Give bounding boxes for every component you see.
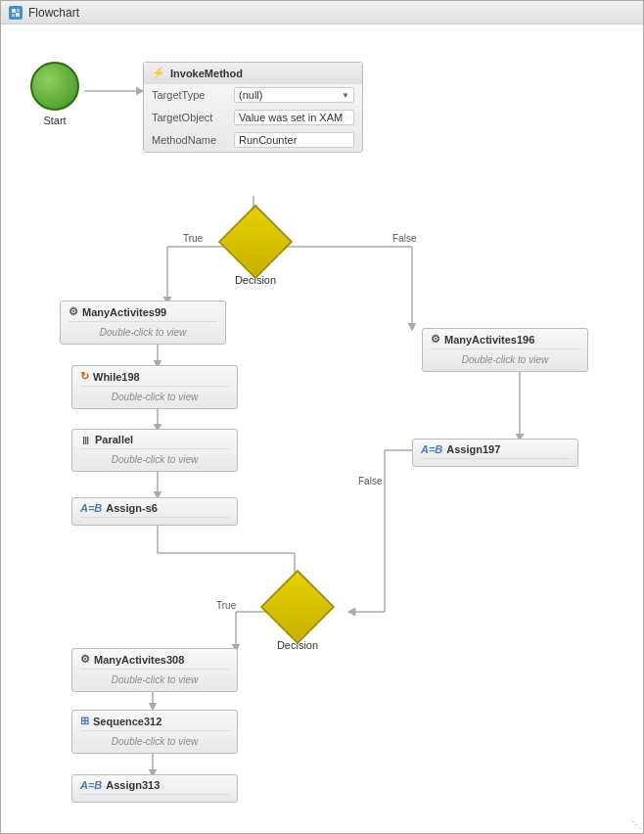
decision2-wrapper: Decision: [263, 580, 332, 651]
flowchart-window: Flowchart: [0, 0, 644, 834]
assign197-box[interactable]: A=B Assign197: [412, 439, 578, 467]
method-name-label: MethodName: [152, 134, 230, 146]
while198-title: While198: [93, 371, 140, 383]
assign313-header: A=B Assign313: [80, 779, 229, 795]
many-activites308-subtitle: Double-click to view: [80, 672, 229, 687]
many-activites308-inner: ⚙ ManyActivites308 Double-click to view: [71, 648, 238, 692]
sequence312-icon: ⊞: [80, 715, 89, 727]
decision1-node: Decision: [221, 215, 290, 286]
false-label-1: False: [392, 233, 417, 244]
parallel-subtitle: Double-click to view: [80, 452, 229, 467]
parallel-icon: ⫼: [80, 434, 91, 445]
many-activites308-icon: ⚙: [80, 653, 90, 666]
target-type-dropdown[interactable]: (null) ▼: [234, 87, 354, 103]
window-title: Flowchart: [28, 6, 79, 20]
assign197-title: Assign197: [446, 443, 500, 455]
assign-s6-header: A=B Assign-s6: [80, 502, 229, 518]
assign-s6-icon: A=B: [80, 502, 102, 514]
many-activites99-subtitle: Double-click to view: [69, 325, 217, 340]
parallel-header: ⫼ Parallel: [80, 434, 229, 449]
assign197-icon: A=B: [421, 443, 442, 455]
many-activites196-inner: ⚙ ManyActivites196 Double-click to view: [422, 328, 588, 372]
while198-subtitle: Double-click to view: [80, 390, 229, 404]
many-activites196-title: ManyActivites196: [444, 334, 534, 346]
titlebar: Flowchart: [1, 1, 643, 24]
many-activites99-inner: ⚙ ManyActivites99 Double-click to view: [60, 301, 226, 345]
while198-icon: ↻: [80, 370, 89, 383]
while198-header: ↻ While198: [80, 370, 229, 387]
titlebar-icon: [9, 6, 23, 20]
many-activites196-box[interactable]: ⚙ ManyActivites196 Double-click to view: [422, 328, 588, 372]
assign313-box[interactable]: A=B Assign313: [71, 774, 238, 803]
target-object-row: TargetObject Value was set in XAM: [144, 107, 362, 129]
method-name-row: MethodName RunCounter: [144, 129, 362, 152]
sequence312-inner: ⊞ Sequence312 Double-click to view: [71, 710, 238, 754]
sequence312-subtitle: Double-click to view: [80, 734, 229, 749]
many-activites99-title: ManyActivites99: [82, 306, 166, 318]
parallel-box[interactable]: ⫼ Parallel Double-click to view: [71, 429, 238, 472]
parallel-title: Parallel: [95, 434, 133, 445]
decision2-node: Decision: [263, 580, 332, 651]
many-activites308-header: ⚙ ManyActivites308: [80, 653, 229, 670]
invoke-icon: ⚡: [152, 67, 165, 79]
target-type-label: TargetType: [152, 89, 230, 101]
many-activites196-subtitle: Double-click to view: [431, 352, 579, 367]
decision1-wrapper: Decision: [221, 215, 290, 286]
assign313-icon: A=B: [80, 779, 102, 791]
assign313-title: Assign313: [106, 779, 160, 791]
sequence312-title: Sequence312: [93, 716, 161, 727]
method-name-value[interactable]: RunCounter: [234, 132, 354, 148]
start-label: Start: [43, 115, 66, 126]
many-activites196-header: ⚙ ManyActivites196: [431, 333, 579, 349]
start-node: Start: [30, 62, 79, 126]
sequence312-box[interactable]: ⊞ Sequence312 Double-click to view: [71, 710, 238, 754]
decision2-diamond[interactable]: [260, 570, 335, 644]
resize-handle[interactable]: ⋱: [629, 819, 641, 831]
true-label-1: True: [183, 233, 204, 244]
svg-rect-1: [17, 9, 20, 12]
svg-rect-2: [12, 14, 15, 17]
many-activites99-icon: ⚙: [69, 305, 78, 318]
many-activites99-header: ⚙ ManyActivites99: [69, 305, 217, 322]
assign-s6-inner: A=B Assign-s6: [71, 497, 238, 526]
many-activites308-title: ManyActivites308: [94, 654, 184, 666]
canvas: True False True False Start ⚡ InvokeMeth…: [1, 24, 643, 833]
target-object-label: TargetObject: [152, 112, 230, 123]
many-activites99-box[interactable]: ⚙ ManyActivites99 Double-click to view: [60, 301, 226, 345]
many-activites196-icon: ⚙: [431, 333, 440, 346]
assign313-inner: A=B Assign313: [71, 774, 238, 803]
svg-rect-3: [16, 13, 20, 17]
invoke-header: ⚡ InvokeMethod: [144, 63, 362, 84]
svg-rect-0: [12, 9, 16, 13]
many-activites308-box[interactable]: ⚙ ManyActivites308 Double-click to view: [71, 648, 238, 692]
start-circle: [30, 62, 79, 111]
assign-s6-title: Assign-s6: [106, 502, 158, 514]
decision1-diamond[interactable]: [218, 205, 293, 279]
sequence312-header: ⊞ Sequence312: [80, 715, 229, 731]
true-label-2: True: [216, 600, 237, 611]
target-object-value[interactable]: Value was set in XAM: [234, 110, 354, 125]
invoke-method-box: ⚡ InvokeMethod TargetType (null) ▼ Targe…: [143, 62, 363, 153]
dropdown-arrow: ▼: [342, 91, 349, 100]
assign-s6-box[interactable]: A=B Assign-s6: [71, 497, 238, 526]
invoke-title: InvokeMethod: [170, 68, 243, 79]
while198-box[interactable]: ↻ While198 Double-click to view: [71, 365, 238, 409]
assign197-header: A=B Assign197: [421, 443, 570, 459]
target-type-row: TargetType (null) ▼: [144, 84, 362, 107]
while198-inner: ↻ While198 Double-click to view: [71, 365, 238, 409]
assign197-inner: A=B Assign197: [412, 439, 578, 467]
parallel-inner: ⫼ Parallel Double-click to view: [71, 429, 238, 472]
false-label-2: False: [358, 476, 383, 486]
